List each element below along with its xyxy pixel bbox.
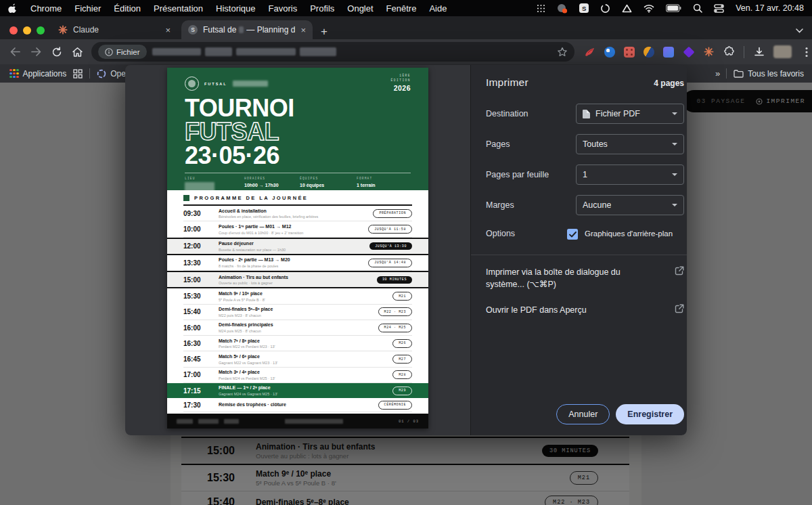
row-title: Demi-finales 5ᵉ–8ᵉ place bbox=[219, 307, 374, 313]
extension-firebird-icon[interactable] bbox=[584, 46, 595, 58]
background-graphics-checkbox[interactable] bbox=[567, 229, 578, 240]
chevron-down-icon bbox=[672, 204, 677, 206]
menu-bar-item[interactable]: Fichier bbox=[74, 3, 101, 14]
menu-bar-item[interactable]: Fenêtre bbox=[386, 3, 417, 14]
row-text: Match 3ᵉ / 4ᵉ place Perdant M24 vs Perda… bbox=[219, 370, 392, 380]
row-title: Match 9ᵉ / 10ᵉ place bbox=[219, 291, 388, 297]
row-subtitle: 5ᵉ Poule A vs 5ᵉ Poule B · 8' bbox=[219, 298, 388, 302]
print-preview-pane: FUTSAL 1ÈRE ÉDITION 2026 TOURNOI FUTSAL … bbox=[125, 65, 470, 435]
site-favicon: S bbox=[188, 25, 198, 35]
field-dropdown[interactable]: Aucune bbox=[576, 195, 684, 215]
claude-extension-icon[interactable] bbox=[703, 46, 715, 58]
row-title: Poules · 1ʳᵉ partie — M01 → M12 bbox=[219, 224, 364, 230]
save-button[interactable]: Enregistrer bbox=[616, 404, 684, 424]
edition-year: 2026 bbox=[391, 83, 411, 94]
menu-bar-item[interactable]: Onglet bbox=[347, 3, 373, 14]
menu-bar-item[interactable]: Présentation bbox=[154, 3, 203, 14]
close-window-button[interactable] bbox=[9, 26, 18, 35]
toolbar-separator bbox=[744, 46, 744, 58]
row-title: Match 7ᵉ / 8ᵉ place bbox=[219, 338, 388, 345]
app-grid-icon[interactable] bbox=[537, 4, 545, 13]
redacted-footer-item bbox=[198, 419, 219, 424]
menu-bar-item[interactable]: Historique bbox=[216, 3, 256, 14]
row-time: 17:30 bbox=[183, 401, 219, 409]
schedule-row: 15:40 Demi-finales 5ᵉ–8ᵉ place M22 puis … bbox=[183, 305, 412, 320]
row-subtitle: Gagnant M22 vs Gagnant M23 · 13' bbox=[219, 361, 388, 365]
kebab-menu-icon[interactable] bbox=[800, 46, 812, 58]
extension-crescent-icon[interactable] bbox=[644, 47, 654, 58]
system-dialog-link[interactable]: Imprimer via la boîte de dialogue du sys… bbox=[486, 266, 656, 290]
back-icon[interactable] bbox=[9, 47, 21, 57]
reload-icon[interactable] bbox=[51, 47, 62, 58]
row-time: 15:00 bbox=[183, 276, 219, 284]
tab-futsal-planning[interactable]: S Futsal de — Planning d × bbox=[181, 20, 313, 39]
row-badge: M26 bbox=[392, 339, 412, 348]
extension-diamond-icon[interactable] bbox=[683, 46, 694, 58]
triangle-icon[interactable] bbox=[622, 4, 632, 13]
meta-values: 10 équipes 2 poules de 5 bbox=[300, 182, 357, 196]
extension-red-grid-icon[interactable] bbox=[624, 47, 635, 58]
s-badge-icon[interactable]: S bbox=[579, 3, 589, 13]
row-time: 16:00 bbox=[183, 324, 219, 332]
address-bar[interactable]: Fichier bbox=[91, 42, 574, 62]
tab-close-icon[interactable]: × bbox=[165, 26, 171, 35]
redacted-footer-item bbox=[285, 419, 343, 424]
row-time: 16:30 bbox=[183, 340, 219, 347]
extensions-puzzle-icon[interactable] bbox=[723, 46, 735, 58]
bookmark-applications[interactable]: Applications bbox=[9, 69, 66, 79]
extension-purple-square-icon[interactable] bbox=[663, 47, 674, 58]
menu-bar-item[interactable]: Aide bbox=[429, 3, 447, 14]
dropdown-value: Toutes bbox=[583, 139, 608, 149]
menu-bar-item[interactable]: Profils bbox=[310, 3, 334, 14]
menu-bar-item[interactable]: Chrome bbox=[30, 3, 62, 14]
new-tab-button[interactable]: + bbox=[321, 25, 328, 39]
cancel-button[interactable]: Annuler bbox=[556, 404, 610, 424]
field-dropdown[interactable]: Fichier PDF bbox=[576, 104, 684, 124]
poster-top-row: FUTSAL 1ÈRE ÉDITION 2026 bbox=[185, 74, 411, 93]
chevron-down-icon bbox=[672, 173, 677, 176]
tab-claude[interactable]: Claude × bbox=[51, 20, 177, 39]
tiles-icon[interactable] bbox=[73, 69, 83, 79]
checkbox-label[interactable]: Graphiques d'arrière-plan bbox=[585, 229, 673, 239]
row-text: Demi-finales principales M24 puis M25 · … bbox=[219, 322, 378, 333]
menu-bar-item[interactable]: Édition bbox=[114, 3, 141, 14]
print-dialog: FUTSAL 1ÈRE ÉDITION 2026 TOURNOI FUTSAL … bbox=[125, 65, 687, 435]
profile-avatar[interactable] bbox=[773, 45, 792, 58]
url-scheme-chip[interactable]: Fichier bbox=[98, 45, 147, 59]
external-link-icon[interactable] bbox=[675, 304, 684, 313]
claude-starburst-icon bbox=[58, 25, 68, 35]
wifi-icon[interactable] bbox=[644, 4, 654, 13]
row-title: Match 5ᵉ / 6ᵉ place bbox=[219, 354, 388, 360]
bookmarks-overflow-icon[interactable]: » bbox=[715, 68, 719, 79]
row-subtitle: M22 puis M23 · 8' chacun bbox=[219, 313, 374, 317]
row-subtitle: Ouverte au public · lots à gagner bbox=[219, 281, 373, 285]
extension-globe-icon[interactable] bbox=[604, 47, 615, 58]
battery-icon[interactable] bbox=[666, 4, 681, 12]
ring-logo-icon[interactable] bbox=[600, 3, 610, 14]
spotlight-search-icon[interactable] bbox=[693, 3, 702, 13]
zoom-window-button[interactable] bbox=[37, 26, 45, 35]
field-dropdown[interactable]: Toutes bbox=[576, 134, 684, 154]
print-settings-panel: Imprimer 4 pages Destination Fichier PDF… bbox=[470, 65, 687, 435]
open-pdf-link[interactable]: Ouvrir le PDF dans Aperçu bbox=[486, 304, 587, 316]
bookmarks-separator bbox=[726, 68, 727, 79]
row-subtitle: M24 puis M25 · 8' chacun bbox=[219, 329, 374, 333]
all-favorites-folder[interactable]: Tous les favoris bbox=[734, 69, 804, 79]
downloads-icon[interactable] bbox=[753, 46, 765, 58]
menu-bar-status: S Ven. 17 avr. 20:48 bbox=[537, 3, 804, 14]
tab-close-icon[interactable]: × bbox=[300, 26, 306, 35]
poster-title: TOURNOI FUTSAL 23·05·26 bbox=[185, 97, 411, 168]
external-link-icon[interactable] bbox=[675, 266, 684, 276]
menu-bar-clock[interactable]: Ven. 17 avr. 20:48 bbox=[736, 3, 804, 13]
control-center-icon[interactable] bbox=[714, 4, 724, 13]
apple-icon[interactable] bbox=[8, 3, 18, 14]
field-dropdown[interactable]: 1 bbox=[576, 164, 684, 185]
menu-bar-item[interactable]: Favoris bbox=[269, 3, 298, 14]
tab-overflow-chevron-icon[interactable] bbox=[793, 24, 805, 37]
forward-icon[interactable] bbox=[30, 47, 42, 57]
minimize-window-button[interactable] bbox=[23, 26, 31, 35]
screen-record-icon[interactable] bbox=[557, 3, 568, 14]
redacted-footer-item bbox=[224, 419, 239, 424]
home-icon[interactable] bbox=[72, 47, 83, 58]
bookmark-star-icon[interactable] bbox=[557, 47, 568, 57]
